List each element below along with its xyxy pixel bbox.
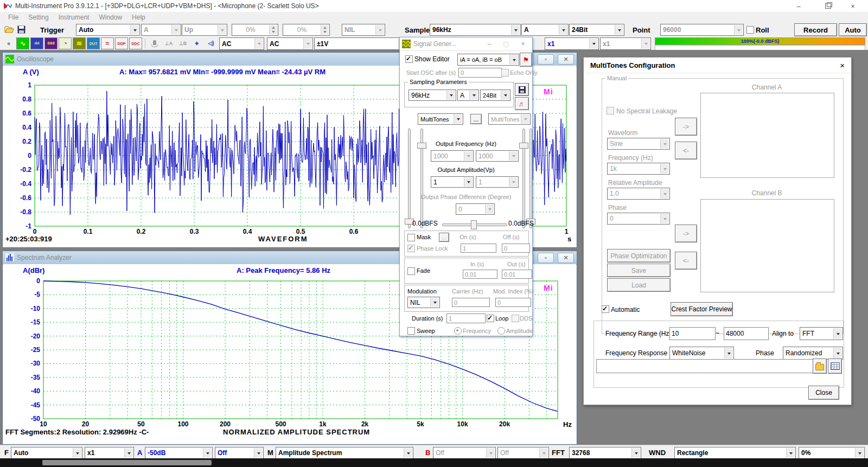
chevron-down-icon[interactable] — [464, 177, 473, 187]
trigger-hpf-combo[interactable]: NIL — [342, 24, 385, 36]
chevron-down-icon[interactable] — [303, 39, 312, 49]
restore-icon[interactable]: ▫ — [538, 54, 554, 65]
trigger-delay-spinner[interactable]: 0% — [283, 24, 330, 36]
chevron-down-icon[interactable] — [660, 139, 669, 149]
echo-only-checkbox[interactable] — [501, 69, 509, 76]
frequency-display-combo[interactable]: Auto — [11, 447, 82, 459]
auto-button[interactable]: Auto — [839, 23, 867, 36]
fade-out-input[interactable]: 0.01 — [502, 270, 532, 279]
chevron-down-icon[interactable] — [833, 348, 842, 359]
remove-from-channel-b-button[interactable]: <- — [675, 252, 697, 270]
b-range-combo[interactable]: Off — [433, 447, 496, 459]
mask-more-button[interactable]: ... — [439, 233, 449, 242]
waveform-a-combo[interactable]: MultiTones — [418, 113, 463, 125]
sound-output-icon[interactable]: ◁) — [205, 37, 218, 49]
file-path-input[interactable] — [596, 359, 813, 373]
loop-checkbox[interactable] — [487, 315, 494, 322]
dut-icon[interactable]: DUT — [87, 37, 100, 49]
frequency-combo[interactable]: 1k — [607, 163, 670, 175]
chevron-down-icon[interactable] — [171, 25, 180, 35]
waveform-combo[interactable]: Sine — [607, 138, 670, 150]
menu-item-window[interactable]: Window — [94, 12, 127, 22]
table-edit-button[interactable] — [828, 359, 842, 374]
phase-lock-checkbox[interactable] — [407, 245, 415, 252]
probe-b-combo[interactable]: x1 — [600, 37, 651, 50]
chevron-down-icon[interactable] — [660, 164, 669, 174]
run-signal-generator-button[interactable]: ⚑ — [520, 53, 532, 67]
chevron-down-icon[interactable] — [454, 114, 462, 124]
b-ref-combo[interactable]: Off — [497, 447, 549, 459]
browse-file-button[interactable] — [813, 359, 827, 374]
menu-item-file[interactable]: File — [3, 12, 23, 22]
ground-a-icon[interactable]: ⊥A — [162, 37, 175, 49]
duration-input[interactable]: 1 — [446, 314, 486, 323]
fade-checkbox[interactable] — [407, 267, 415, 275]
save-button[interactable]: Save — [607, 264, 671, 277]
chevron-down-icon[interactable] — [486, 448, 495, 458]
microphone-icon[interactable] — [148, 37, 161, 49]
save-file-icon[interactable] — [17, 25, 25, 34]
restore-icon[interactable]: ▫ — [538, 253, 554, 263]
fft-size-combo[interactable]: 32768 — [569, 447, 641, 459]
multimeter-icon[interactable]: 888 — [44, 37, 58, 49]
chevron-down-icon[interactable] — [218, 25, 226, 35]
roll-checkbox[interactable] — [746, 26, 754, 34]
ddc-icon[interactable]: DDC — [129, 37, 142, 49]
mod-index-input[interactable]: 0 — [495, 298, 531, 307]
minimize-icon[interactable]: – — [482, 40, 496, 48]
close-icon[interactable]: ✕ — [558, 54, 574, 65]
window-type-combo[interactable]: Rectangle — [674, 447, 796, 459]
sample-bits-combo[interactable]: 24Bit — [569, 24, 624, 36]
chevron-down-icon[interactable] — [660, 189, 669, 199]
gen-sample-rate-combo[interactable]: 96kHz — [409, 89, 456, 101]
overlap-combo[interactable]: 0% — [799, 447, 865, 459]
dds-checkbox[interactable] — [512, 315, 519, 322]
chevron-down-icon[interactable] — [485, 204, 494, 214]
frequency-a-combo[interactable]: 1000 — [431, 150, 474, 162]
oscilloscope-icon[interactable]: ∿ — [16, 37, 29, 49]
ground-b-icon[interactable]: ⊥B — [176, 37, 189, 49]
spin-up-icon[interactable] — [269, 25, 277, 30]
close-icon[interactable]: × — [840, 61, 845, 70]
coupling-a-combo[interactable]: AC — [219, 37, 264, 50]
chevron-down-icon[interactable] — [724, 348, 733, 359]
signal-generator-icon[interactable]: ≋ — [73, 37, 86, 49]
a-range-combo[interactable]: -50dB — [145, 447, 213, 459]
no-spectral-leakage-checkbox[interactable] — [607, 107, 614, 114]
spin-down-icon[interactable] — [321, 30, 329, 35]
display-mode-combo[interactable]: Amplitude Spectrum — [276, 447, 413, 459]
align-to-combo[interactable]: FFT — [800, 327, 843, 340]
chevron-down-icon[interactable] — [501, 91, 509, 100]
chevron-down-icon[interactable] — [203, 448, 212, 458]
frequency-range-max-input[interactable]: 48000 — [724, 327, 769, 340]
close-icon[interactable]: ✕ — [558, 253, 574, 263]
channel-a-listbox[interactable] — [700, 93, 834, 178]
waveform-b-combo[interactable]: MultiTones — [488, 113, 531, 125]
fade-in-input[interactable]: 0.01 — [463, 270, 497, 279]
modulation-combo[interactable]: NIL — [407, 297, 440, 308]
sample-rate-combo[interactable]: 96kHz — [430, 24, 521, 36]
automatic-checkbox[interactable] — [602, 305, 609, 313]
frequency-b-combo[interactable]: 1000 — [476, 150, 519, 162]
close-button[interactable]: Close — [808, 386, 839, 400]
spectrum-analyzer-icon[interactable]: ılıl — [30, 37, 43, 49]
spin-down-icon[interactable] — [269, 30, 277, 35]
chevron-down-icon[interactable] — [375, 25, 384, 35]
phase-combo[interactable]: 0 — [607, 213, 670, 225]
chevron-down-icon[interactable] — [124, 448, 133, 458]
mask-off-input[interactable]: 0 — [502, 244, 530, 253]
maximize-icon[interactable]: ▢ — [499, 40, 513, 48]
chevron-down-icon[interactable] — [660, 214, 669, 223]
chevron-down-icon[interactable] — [254, 39, 263, 49]
gen-bits-combo[interactable]: 24Bit — [480, 89, 510, 101]
gen-score-button[interactable]: ♬ — [515, 97, 529, 110]
trigger-edge-combo[interactable]: Up — [182, 24, 227, 36]
frequency-mult-combo[interactable]: x1 — [85, 447, 134, 459]
chevron-down-icon[interactable] — [559, 25, 567, 35]
chevron-down-icon[interactable] — [404, 448, 412, 458]
chevron-down-icon[interactable] — [641, 39, 650, 49]
sweep-checkbox[interactable] — [407, 327, 415, 335]
multitones-titlebar[interactable]: MultiTones Configuration × — [584, 57, 851, 73]
device-test-plan-icon[interactable]: ◔ — [59, 37, 72, 49]
waveform-a-more-button[interactable]: ... — [470, 114, 482, 124]
